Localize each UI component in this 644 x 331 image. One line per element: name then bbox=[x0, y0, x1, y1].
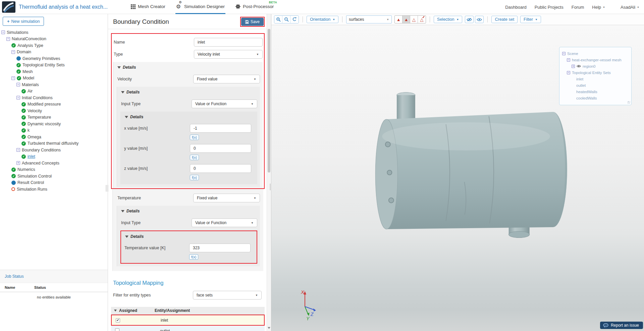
table-row-outlet[interactable]: outlet bbox=[111, 326, 265, 331]
new-simulation-button[interactable]: New simulation bbox=[3, 17, 44, 26]
surface-edges-button[interactable]: ▲ bbox=[402, 16, 410, 23]
collapse-icon[interactable] bbox=[16, 96, 20, 100]
create-set-button[interactable]: Create set bbox=[491, 16, 518, 23]
expand-icon[interactable] bbox=[572, 65, 575, 68]
y-value-input[interactable]: 0 bbox=[190, 144, 251, 153]
scrollbar-thumb[interactable] bbox=[268, 29, 270, 173]
scene-item-mesh[interactable]: heat-exchanger-vessel mesh bbox=[562, 57, 629, 63]
tab-post-processor[interactable]: Post-Processor BETA bbox=[235, 0, 274, 14]
scrollbar-down-arrow[interactable] bbox=[268, 327, 270, 329]
sidebar-item-advanced-concepts[interactable]: Advanced Concepts bbox=[0, 160, 108, 167]
sidebar-item-dynamic-viscosity[interactable]: Dynamic viscosity bbox=[0, 121, 108, 127]
sidebar-item-analysis-type[interactable]: Analysis Type bbox=[0, 42, 108, 49]
sidebar-item-mesh[interactable]: Mesh bbox=[0, 68, 108, 75]
selection-button[interactable]: Selection ▼ bbox=[434, 16, 462, 23]
wireframe-button[interactable]: △ bbox=[410, 16, 418, 23]
eye-icon[interactable] bbox=[577, 65, 581, 68]
velocity-select[interactable]: Fixed value ▼ bbox=[193, 75, 260, 83]
nav-dashboard[interactable]: Dashboard bbox=[505, 5, 527, 10]
viewport-canvas[interactable]: Scene heat-exchanger-vessel mesh region0… bbox=[271, 25, 644, 331]
scene-item-scene[interactable]: Scene bbox=[562, 50, 629, 57]
fx-button[interactable]: f(x) bbox=[190, 135, 199, 140]
scene-item-inlet[interactable]: inlet bbox=[562, 76, 629, 82]
sidebar-resize-grip[interactable] bbox=[106, 185, 108, 192]
details-header[interactable]: Details bbox=[120, 87, 257, 96]
name-input[interactable]: inlet bbox=[194, 38, 263, 47]
assigned-checkbox[interactable] bbox=[116, 318, 120, 323]
temperature-value-input[interactable]: 323 bbox=[189, 244, 251, 252]
nav-help[interactable]: Help ▼ bbox=[592, 5, 605, 10]
details-header[interactable]: Details bbox=[117, 63, 260, 71]
collapse-icon[interactable] bbox=[562, 52, 566, 55]
sidebar-item-air[interactable]: Air bbox=[0, 88, 108, 95]
panel-scrollbar[interactable] bbox=[267, 14, 271, 331]
overlay-resize-handle[interactable] bbox=[628, 101, 630, 104]
fx-button[interactable]: f(x) bbox=[190, 155, 199, 160]
fx-button[interactable]: f(x) bbox=[190, 175, 199, 180]
sidebar-item-topological-entity-sets[interactable]: Topological Entity Sets bbox=[0, 62, 108, 69]
render-mode-select[interactable]: surfaces ▼ bbox=[346, 15, 392, 23]
collapse-icon[interactable] bbox=[567, 58, 570, 62]
tab-mesh-creator[interactable]: Mesh Creator bbox=[130, 0, 166, 14]
edit-mesh-button[interactable]: △ bbox=[418, 16, 426, 23]
sidebar-item-geometry-primitives[interactable]: Geometry Primitives bbox=[0, 55, 108, 62]
sidebar-item-result-control[interactable]: Result Control bbox=[0, 180, 108, 186]
scene-item-region0[interactable]: region0 bbox=[562, 63, 629, 69]
sidebar-item-materials[interactable]: Materials bbox=[0, 81, 108, 88]
sidebar-item-numerics[interactable]: Numerics bbox=[0, 167, 108, 173]
zoom-in-button[interactable] bbox=[274, 16, 282, 23]
assigned-checkbox[interactable] bbox=[115, 328, 119, 331]
simscale-logo[interactable] bbox=[2, 1, 15, 13]
sidebar-item-model[interactable]: Model bbox=[0, 75, 108, 82]
sidebar-item-simulation-runs[interactable]: Simulation Runs bbox=[0, 186, 108, 193]
x-value-input[interactable]: -1 bbox=[190, 124, 251, 133]
details-header[interactable]: Details bbox=[124, 112, 255, 121]
table-row-inlet[interactable]: inlet bbox=[111, 315, 265, 326]
sidebar-item-naturalconvection[interactable]: NaturalConvection bbox=[0, 36, 108, 43]
expand-icon[interactable] bbox=[16, 161, 20, 165]
collapse-icon[interactable] bbox=[11, 50, 15, 54]
type-select[interactable]: Velocity inlet ▼ bbox=[194, 50, 263, 59]
sidebar-item-boundary-conditions[interactable]: Boundary Conditions bbox=[0, 147, 108, 153]
project-title[interactable]: Thermofluid analysis of a heat exch... bbox=[19, 0, 108, 14]
scene-item-outlet[interactable]: outlet bbox=[562, 82, 629, 88]
nav-user-menu[interactable]: AsadAli ▼ bbox=[621, 5, 639, 10]
nav-public-projects[interactable]: Public Projects bbox=[535, 5, 564, 10]
show-selection-button[interactable] bbox=[475, 16, 484, 23]
sidebar-item-domain[interactable]: Domain bbox=[0, 49, 108, 56]
scene-item-topological-entity-sets[interactable]: Topological Entity Sets bbox=[562, 69, 629, 76]
scene-item-heatedwalls[interactable]: heatedWalls bbox=[562, 88, 629, 95]
collapse-icon[interactable] bbox=[6, 37, 10, 41]
collapse-icon[interactable] bbox=[1, 30, 5, 34]
collapse-icon[interactable] bbox=[567, 71, 570, 74]
input-type-select[interactable]: Value or Function ▼ bbox=[192, 100, 257, 108]
details-header[interactable]: Details bbox=[124, 232, 254, 241]
sort-caret-icon[interactable] bbox=[114, 310, 117, 312]
report-issue-button[interactable]: Report an issue bbox=[600, 322, 643, 329]
sidebar-item-omega[interactable]: Omega bbox=[0, 134, 108, 140]
sidebar-item-turbulent-thermal-diffusivity[interactable]: Turbulent thermal diffusivity bbox=[0, 140, 108, 147]
sidebar-item-temperature[interactable]: Temperature bbox=[0, 114, 108, 121]
sidebar-item-modified-pressure[interactable]: Modified pressure bbox=[0, 101, 108, 108]
filter-button[interactable]: Filter ▼ bbox=[520, 16, 541, 23]
collapse-icon[interactable] bbox=[11, 76, 15, 80]
fx-button[interactable]: f(x) bbox=[189, 254, 198, 260]
sidebar-item-k[interactable]: k bbox=[0, 127, 108, 134]
tab-simulation-designer[interactable]: ⚙⚙ Simulation Designer bbox=[175, 0, 225, 14]
collapse-icon[interactable] bbox=[16, 148, 20, 152]
temperature-select[interactable]: Fixed value ▼ bbox=[193, 194, 260, 202]
reset-view-button[interactable] bbox=[290, 16, 299, 23]
scene-item-cooledwalls[interactable]: cooledWalls bbox=[562, 95, 629, 101]
nav-forum[interactable]: Forum bbox=[572, 5, 584, 10]
entity-filter-select[interactable]: face sets ▼ bbox=[193, 291, 262, 300]
z-value-input[interactable]: 0 bbox=[190, 164, 251, 173]
temp-input-type-select[interactable]: Value or Function ▼ bbox=[192, 218, 257, 227]
sidebar-item-simulation-control[interactable]: Simulation Control bbox=[0, 173, 108, 180]
sidebar-item-initial-conditions[interactable]: Initial Conditions bbox=[0, 94, 108, 101]
sidebar-item-inlet[interactable]: inlet bbox=[0, 153, 108, 160]
details-header[interactable]: Details bbox=[120, 206, 257, 215]
orientation-button[interactable]: Orientation ▼ bbox=[307, 16, 338, 23]
zoom-out-button[interactable] bbox=[282, 16, 290, 23]
sidebar-item-simulations[interactable]: Simulations bbox=[0, 29, 108, 36]
collapse-icon[interactable] bbox=[16, 83, 20, 86]
